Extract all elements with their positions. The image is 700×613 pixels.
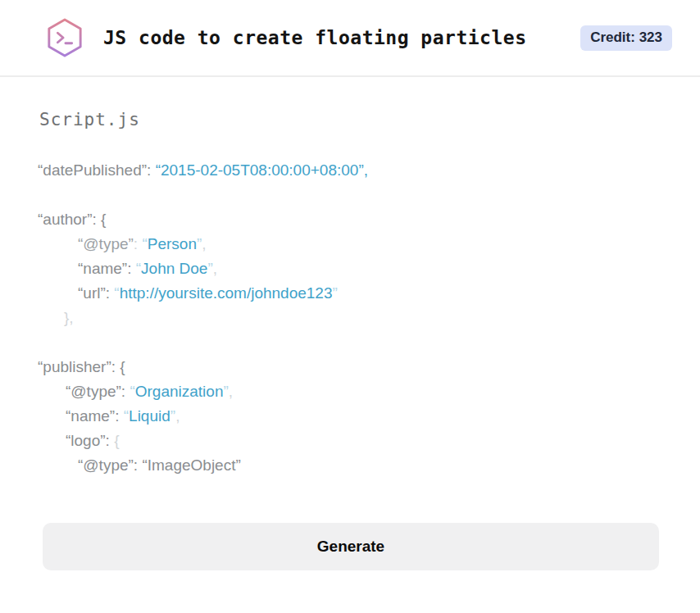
code-token: Liquid	[129, 407, 170, 425]
code-token: :	[106, 432, 115, 449]
code-token: {	[114, 432, 119, 449]
code-token: ”	[333, 284, 338, 302]
code-token: :	[127, 260, 136, 277]
code-token: ,	[202, 235, 206, 252]
code-token: ,	[213, 260, 217, 277]
code-token: “@type”: “ImageObject”	[78, 456, 241, 474]
code-token: “publisher”: {	[38, 358, 125, 375]
code-line: “@type”: “Organization”,	[38, 379, 667, 404]
code-line-blank	[38, 330, 667, 355]
code-line: “url”: “http://yoursite.com/johndoe123”	[38, 281, 667, 306]
code-token: },	[64, 309, 74, 326]
code-line: },	[38, 306, 667, 330]
code-token: Organization	[135, 383, 224, 400]
code-token: :	[134, 235, 143, 252]
code-token: “name”	[66, 407, 115, 425]
code-line: “name”: “Liquid”,	[38, 404, 667, 429]
code-token: “2015-02-05T08:00:00+08:00”,	[156, 161, 368, 179]
code-token: ,	[229, 383, 233, 400]
code-token: :	[147, 161, 156, 179]
code-token: ,	[175, 407, 180, 425]
file-name: Script.js	[38, 110, 667, 129]
code-line: “name”: “John Doe”,	[38, 257, 667, 281]
code-line-blank	[38, 183, 667, 207]
code-token: Person	[148, 235, 197, 252]
credit-badge: Credit: 323	[580, 25, 672, 51]
code-token: “author”: {	[38, 211, 106, 228]
code-token: “@type”	[66, 383, 121, 400]
code-token: “name”	[78, 260, 127, 277]
code-token: http://yoursite.com/johndoe123	[120, 284, 333, 302]
code-token: “@type”	[78, 235, 134, 252]
code-line: “logo”: {	[38, 429, 667, 453]
code-panel: Script.js “datePublished”: “2015-02-05T0…	[0, 77, 700, 478]
code-line: “@type”: “Person”,	[38, 232, 667, 257]
page-title: JS code to create floating particles	[103, 27, 527, 48]
code-block: “datePublished”: “2015-02-05T08:00:00+08…	[38, 158, 667, 478]
code-token: John Doe	[141, 260, 207, 277]
code-token: :	[121, 383, 130, 400]
code-token: “logo”	[66, 432, 106, 449]
app-header: JS code to create floating particles Cre…	[0, 0, 700, 77]
code-token: :	[115, 407, 124, 425]
code-line: “author”: {	[38, 207, 667, 232]
code-token: “url”	[78, 284, 106, 302]
code-line: “publisher”: {	[38, 355, 667, 379]
code-line: “@type”: “ImageObject”	[38, 453, 667, 478]
code-line: “datePublished”: “2015-02-05T08:00:00+08…	[38, 158, 667, 183]
generate-button[interactable]: Generate	[43, 523, 659, 570]
terminal-prompt-icon	[46, 17, 84, 58]
code-token: :	[106, 284, 115, 302]
code-token: “datePublished”	[38, 161, 147, 179]
